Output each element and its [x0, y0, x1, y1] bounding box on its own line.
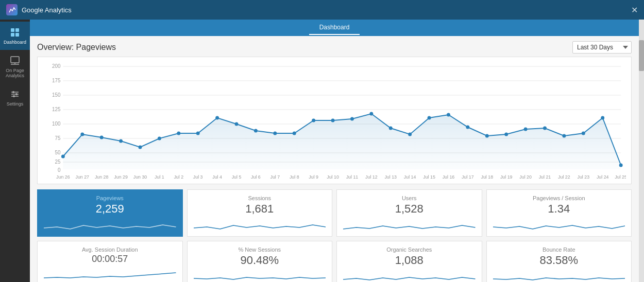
- svg-point-53: [485, 134, 489, 138]
- svg-text:Jul 18: Jul 18: [481, 174, 493, 180]
- svg-text:Jul 23: Jul 23: [578, 174, 590, 180]
- svg-point-52: [466, 126, 469, 129]
- svg-marker-30: [63, 114, 621, 169]
- svg-text:Jul 25: Jul 25: [615, 174, 626, 180]
- svg-point-31: [61, 155, 65, 158]
- svg-point-58: [582, 132, 585, 135]
- sidebar-item-settings[interactable]: Settings: [0, 83, 30, 112]
- sidebar-label-dashboard: Dashboard: [4, 40, 26, 45]
- chart-container: 200 175 150 125 100 75 50 25 0: [37, 57, 632, 184]
- svg-text:Jul 15: Jul 15: [423, 174, 435, 180]
- svg-point-59: [601, 116, 604, 120]
- svg-rect-1: [15, 28, 19, 32]
- svg-text:Jul 17: Jul 17: [462, 174, 474, 180]
- app-title: Google Analytics: [22, 6, 631, 14]
- svg-point-43: [293, 132, 296, 135]
- svg-point-35: [139, 146, 142, 149]
- scrollbar-track[interactable]: [639, 20, 644, 282]
- sidebar-item-dashboard[interactable]: Dashboard: [0, 22, 30, 50]
- svg-text:Jul 6: Jul 6: [251, 174, 261, 180]
- svg-text:Jul 10: Jul 10: [327, 174, 339, 180]
- pageviews-chart: 200 175 150 125 100 75 50 25 0: [43, 61, 626, 180]
- metric-card-organic-searches: Organic Searches 1,088: [336, 241, 482, 282]
- svg-text:Jun 27: Jun 27: [76, 174, 90, 180]
- svg-text:Jun 29: Jun 29: [114, 174, 128, 180]
- svg-point-32: [80, 133, 84, 136]
- metric-value-new-sessions: 90.48%: [240, 254, 279, 267]
- svg-point-48: [389, 127, 393, 130]
- svg-text:Jul 8: Jul 8: [290, 174, 299, 180]
- svg-text:Jul 12: Jul 12: [365, 174, 378, 180]
- close-button[interactable]: ✕: [631, 5, 638, 15]
- metric-value-users: 1,528: [395, 202, 423, 216]
- svg-text:Jul 24: Jul 24: [597, 174, 609, 180]
- sparkline-avg-session: [44, 267, 176, 282]
- metric-card-avg-session: Avg. Session Duration 00:00:57: [37, 241, 183, 282]
- metric-label-avg-session: Avg. Session Duration: [82, 246, 138, 253]
- svg-point-38: [196, 132, 200, 135]
- svg-text:Jul 21: Jul 21: [539, 174, 551, 180]
- chart-title: Overview: Pageviews: [37, 43, 116, 52]
- svg-text:Jul 22: Jul 22: [558, 174, 570, 180]
- svg-text:Jul 2: Jul 2: [174, 174, 183, 180]
- metric-value-organic-searches: 1,088: [395, 254, 423, 267]
- sparkline-pageviews: [44, 218, 176, 233]
- metric-card-sessions: Sessions 1,681: [187, 189, 333, 237]
- sidebar-label-on-page: On Page Analytics: [2, 68, 28, 78]
- svg-text:100: 100: [52, 121, 61, 127]
- svg-text:Jul 1: Jul 1: [155, 174, 164, 180]
- metric-label-pageviews-session: Pageviews / Session: [533, 195, 585, 201]
- svg-point-10: [12, 91, 14, 93]
- metric-card-new-sessions: % New Sessions 90.48%: [187, 241, 333, 282]
- metric-card-pageviews-session: Pageviews / Session 1.34: [486, 189, 632, 237]
- svg-point-49: [408, 133, 412, 136]
- sparkline-pv-session: [493, 218, 625, 233]
- sidebar: Dashboard On Page Analytics: [0, 20, 30, 282]
- dashboard-icon: [9, 27, 21, 38]
- svg-point-11: [15, 93, 18, 95]
- svg-point-34: [119, 139, 123, 143]
- date-range-select[interactable]: Last 30 Days Last 7 Days Last 90 Days Cu…: [572, 41, 632, 54]
- metric-card-users: Users 1,528: [336, 189, 482, 237]
- svg-text:Jun 26: Jun 26: [56, 174, 70, 180]
- sidebar-label-settings: Settings: [7, 101, 24, 107]
- svg-point-57: [562, 134, 566, 138]
- svg-text:Jul 11: Jul 11: [346, 174, 359, 180]
- svg-text:50: 50: [55, 150, 61, 155]
- sidebar-item-on-page-analytics[interactable]: On Page Analytics: [0, 50, 30, 83]
- svg-text:Jul 4: Jul 4: [212, 174, 222, 180]
- metric-label-pageviews: Pageviews: [96, 195, 124, 201]
- chart-header: Overview: Pageviews Last 30 Days Last 7 …: [37, 41, 632, 54]
- svg-text:Jul 14: Jul 14: [404, 174, 416, 180]
- metric-label-sessions: Sessions: [248, 195, 271, 201]
- metric-value-pageviews: 2,259: [96, 202, 124, 216]
- svg-text:Jul 3: Jul 3: [193, 174, 203, 180]
- metric-label-new-sessions: % New Sessions: [238, 246, 281, 253]
- svg-point-36: [158, 137, 161, 140]
- svg-point-55: [524, 128, 528, 131]
- svg-point-33: [100, 136, 104, 139]
- content-area: Dashboard Overview: Pageviews Last 30 Da…: [30, 20, 639, 282]
- svg-text:Jun 30: Jun 30: [133, 174, 147, 180]
- scrollbar-thumb[interactable]: [639, 40, 644, 71]
- svg-point-39: [215, 116, 219, 120]
- svg-point-60: [619, 164, 623, 167]
- svg-point-50: [428, 116, 431, 120]
- svg-point-51: [447, 113, 450, 117]
- metric-value-pageviews-session: 1.34: [548, 202, 570, 216]
- sparkline-organic: [343, 269, 476, 282]
- svg-rect-4: [11, 57, 19, 63]
- svg-point-40: [235, 122, 239, 126]
- app-icon: [6, 4, 18, 15]
- title-bar: Google Analytics ✕: [0, 0, 644, 20]
- metric-label-users: Users: [402, 195, 417, 201]
- svg-text:Jun 28: Jun 28: [95, 174, 109, 180]
- tab-dashboard[interactable]: Dashboard: [309, 21, 360, 35]
- sparkline-sessions: [194, 218, 326, 233]
- metric-card-bounce-rate: Bounce Rate 83.58%: [486, 241, 632, 282]
- svg-text:75: 75: [55, 135, 61, 141]
- svg-text:Jul 13: Jul 13: [384, 174, 397, 180]
- settings-icon: [9, 89, 21, 100]
- metrics-grid-row1: Pageviews 2,259 Sessions 1,681 Users: [37, 189, 632, 237]
- svg-text:125: 125: [52, 107, 61, 112]
